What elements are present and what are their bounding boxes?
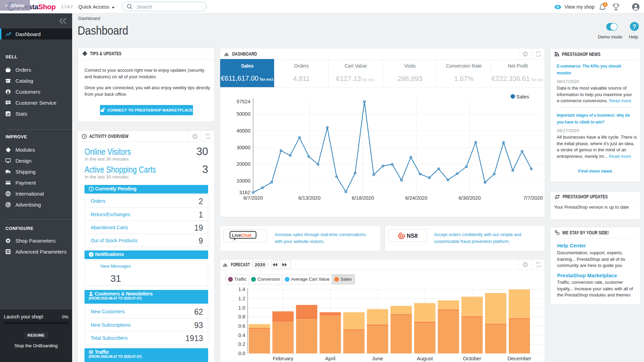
svg-text:NS8: NS8 bbox=[407, 233, 418, 239]
svg-text:0.6: 0.6 bbox=[238, 323, 245, 329]
svg-text:1.2: 1.2 bbox=[238, 296, 245, 301]
svg-text:6/18/2020: 6/18/2020 bbox=[352, 195, 374, 201]
svg-text:0.0: 0.0 bbox=[238, 351, 245, 356]
svg-text:10000: 10000 bbox=[237, 178, 250, 184]
svg-text:February: February bbox=[273, 355, 294, 361]
svg-text:6/30/2020: 6/30/2020 bbox=[459, 195, 481, 201]
svg-text:December: December bbox=[507, 355, 531, 361]
svg-text:0.4: 0.4 bbox=[238, 332, 245, 338]
svg-text:1.4: 1.4 bbox=[238, 287, 245, 292]
svg-text:0.8: 0.8 bbox=[238, 314, 245, 319]
svg-text:30000: 30000 bbox=[237, 145, 250, 150]
svg-text:?: ? bbox=[633, 23, 636, 30]
svg-text:LiveChat: LiveChat bbox=[232, 233, 252, 238]
svg-text:40000: 40000 bbox=[237, 128, 250, 133]
svg-text:6/7/2020: 6/7/2020 bbox=[244, 195, 263, 201]
svg-text:3162: 3162 bbox=[239, 190, 250, 195]
svg-text:50000: 50000 bbox=[237, 111, 250, 117]
svg-text:1.0: 1.0 bbox=[238, 305, 245, 311]
svg-text:October: October bbox=[463, 355, 481, 361]
svg-text:20000: 20000 bbox=[237, 161, 250, 167]
svg-text:Sales: Sales bbox=[516, 94, 529, 100]
svg-text:0.2: 0.2 bbox=[238, 341, 245, 347]
svg-text:August: August bbox=[417, 355, 433, 361]
svg-text:April: April bbox=[325, 355, 336, 361]
svg-text:7/7/2020: 7/7/2020 bbox=[523, 195, 543, 201]
svg-text:6/24/2020: 6/24/2020 bbox=[405, 195, 428, 201]
svg-text:6/13/2020: 6/13/2020 bbox=[298, 195, 321, 201]
svg-text:57524: 57524 bbox=[237, 99, 250, 104]
svg-text:June: June bbox=[372, 355, 383, 361]
